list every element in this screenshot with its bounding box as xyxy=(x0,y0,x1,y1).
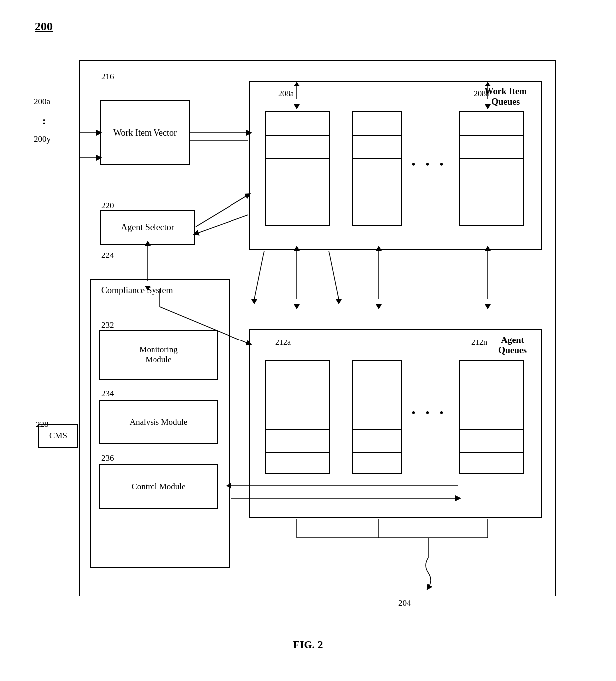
ref-204: 204 xyxy=(398,598,411,608)
agent-selector-label: Agent Selector xyxy=(121,222,174,233)
monitoring-module-box: MonitoringModule xyxy=(99,330,218,380)
svg-line-24 xyxy=(196,215,248,234)
queue-208a xyxy=(265,111,330,226)
svg-marker-16 xyxy=(485,304,491,309)
svg-marker-10 xyxy=(294,304,300,309)
input-label-bottom: 200y xyxy=(34,134,51,144)
ref-224: 224 xyxy=(101,251,114,260)
cms-label: CMS xyxy=(49,431,67,441)
svg-line-41 xyxy=(254,251,264,299)
monitoring-module-label: MonitoringModule xyxy=(139,345,177,365)
work-item-queues-label: Work ItemQueues xyxy=(485,86,527,107)
queue-dots-2: • • • xyxy=(412,407,447,419)
agent-queues-box: AgentQueues 212a • • • xyxy=(249,329,542,518)
agent-queue-middle xyxy=(352,360,402,474)
ref-228: 228 xyxy=(36,420,49,429)
ref-232: 232 xyxy=(101,320,114,330)
work-item-vector-box: Work Item Vector xyxy=(100,100,190,165)
analysis-module-box: Analysis Module xyxy=(99,400,218,444)
ref-208a: 208a xyxy=(278,89,294,98)
compliance-system-box: Compliance System 232 MonitoringModule 2… xyxy=(90,279,230,568)
queue-208n xyxy=(459,111,524,226)
work-item-vector-label: Work Item Vector xyxy=(113,128,177,138)
main-diagram-number: 200 xyxy=(35,20,53,33)
outer-system-box: 216 Work Item Vector 220 Agent Selector … xyxy=(79,60,556,596)
svg-marker-13 xyxy=(376,304,382,309)
diagram-container: 200 200a : 200y 216 Work Item Vector 220… xyxy=(30,20,586,656)
agent-selector-box: Agent Selector xyxy=(100,210,195,245)
queue-212a xyxy=(265,360,330,474)
ref-212n: 212n xyxy=(471,338,487,347)
control-module-label: Control Module xyxy=(131,482,185,492)
queue-middle xyxy=(352,111,402,226)
ref-216: 216 xyxy=(101,72,114,82)
ref-236: 236 xyxy=(101,453,114,463)
svg-marker-42 xyxy=(251,299,257,304)
input-dots: : xyxy=(42,114,50,127)
ref-208n: 208n xyxy=(474,89,490,98)
figure-label: FIG. 2 xyxy=(293,638,323,651)
queue-dots-1: • • • xyxy=(412,159,447,170)
ref-212a: 212a xyxy=(275,338,291,347)
control-module-box: Control Module xyxy=(99,464,218,509)
svg-line-23 xyxy=(196,195,248,227)
queue-212n xyxy=(459,360,524,474)
ref-234: 234 xyxy=(101,389,114,399)
svg-line-43 xyxy=(329,251,339,299)
analysis-module-label: Analysis Module xyxy=(130,417,188,427)
compliance-system-title: Compliance System xyxy=(101,285,173,296)
svg-marker-44 xyxy=(336,299,342,304)
ref-220: 220 xyxy=(101,201,114,211)
work-item-queues-box: Work ItemQueues 208a • • • xyxy=(249,81,542,250)
input-label-top: 200a xyxy=(34,97,50,107)
agent-queues-label: AgentQueues xyxy=(498,335,527,356)
